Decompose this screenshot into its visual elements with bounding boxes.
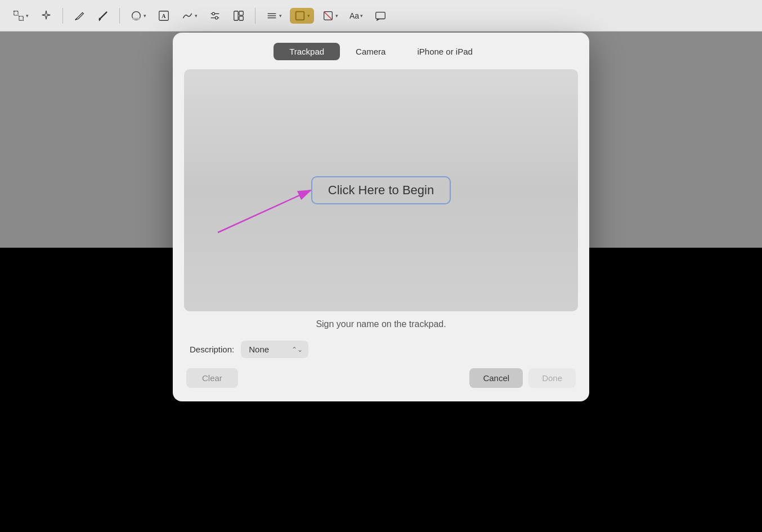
selection-tool[interactable]: ▾: [9, 7, 32, 24]
cancel-button[interactable]: Cancel: [469, 368, 523, 388]
drawing-area[interactable]: Click Here to Begin: [184, 69, 578, 311]
adjust-icon: [209, 10, 221, 22]
signature-icon: [181, 10, 194, 22]
svg-line-18: [324, 11, 333, 20]
svg-text:A: A: [162, 12, 166, 19]
done-button[interactable]: Done: [528, 368, 576, 388]
signature-tool[interactable]: ▾: [178, 7, 201, 24]
signature-chevron-icon: ▾: [195, 13, 198, 19]
comment-icon: [374, 10, 387, 22]
font-chevron-icon: ▾: [360, 13, 363, 19]
border-icon: [294, 10, 306, 22]
svg-rect-10: [234, 11, 238, 20]
border-chevron-icon: ▾: [307, 13, 310, 19]
instruction-text: Sign your name on the trackpad.: [173, 311, 589, 335]
separator-2: [119, 8, 120, 24]
signature-dialog: Trackpad Camera iPhone or iPad Click Her…: [173, 33, 589, 401]
description-row: Description: None Signature Initials ⌃⌄: [173, 335, 589, 364]
font-label: Aa: [349, 11, 359, 20]
text-icon: A: [158, 10, 170, 22]
marker-icon: [97, 10, 109, 22]
text-tool[interactable]: A: [154, 7, 173, 24]
pen-tool[interactable]: [70, 7, 89, 24]
svg-rect-1: [19, 16, 23, 20]
chevron-icon: ▾: [26, 13, 29, 19]
bottom-buttons: Clear Cancel Done: [173, 364, 589, 390]
svg-rect-16: [296, 11, 304, 20]
tab-strip: Trackpad Camera iPhone or iPad: [173, 33, 589, 69]
tab-trackpad[interactable]: Trackpad: [274, 43, 340, 60]
tab-camera[interactable]: Camera: [340, 43, 401, 60]
font-tool[interactable]: Aa ▾: [346, 9, 366, 23]
pen-icon: [73, 10, 86, 22]
layout-tool[interactable]: [229, 7, 248, 24]
toolbar: ▾ ▾ A: [0, 0, 762, 32]
svg-point-9: [215, 16, 218, 19]
separator-1: [62, 8, 63, 24]
comment-tool[interactable]: [371, 7, 390, 24]
svg-rect-3: [133, 17, 140, 20]
fill-chevron-icon: ▾: [335, 13, 338, 19]
marker-tool[interactable]: [93, 7, 113, 24]
svg-rect-12: [239, 16, 243, 20]
shape-chevron-icon: ▾: [144, 13, 146, 19]
border-tool[interactable]: ▾: [290, 8, 314, 24]
list-tool[interactable]: ▾: [262, 7, 285, 24]
list-chevron-icon: ▾: [279, 13, 282, 19]
svg-rect-19: [376, 12, 386, 19]
selection-icon: [12, 10, 25, 22]
description-select[interactable]: None Signature Initials: [241, 341, 308, 358]
tab-iphone[interactable]: iPhone or iPad: [401, 43, 488, 60]
shape-tool[interactable]: ▾: [127, 7, 150, 24]
sparkle-tool[interactable]: [37, 7, 56, 24]
separator-3: [255, 8, 256, 24]
fill-tool[interactable]: ▾: [319, 7, 342, 24]
svg-point-8: [212, 12, 215, 15]
click-here-button[interactable]: Click Here to Begin: [311, 176, 451, 204]
right-buttons: Cancel Done: [469, 368, 576, 388]
clear-button[interactable]: Clear: [186, 368, 238, 388]
adjust-tool[interactable]: [205, 7, 225, 24]
fill-icon: [322, 10, 334, 22]
description-select-wrapper: None Signature Initials ⌃⌄: [241, 341, 308, 358]
list-icon: [266, 10, 278, 22]
svg-rect-11: [239, 11, 243, 15]
shape-icon: [130, 10, 142, 22]
description-label: Description:: [190, 345, 234, 354]
svg-line-21: [218, 190, 311, 233]
svg-rect-0: [14, 11, 18, 15]
layout-icon: [232, 10, 245, 22]
sparkle-icon: [40, 10, 52, 22]
